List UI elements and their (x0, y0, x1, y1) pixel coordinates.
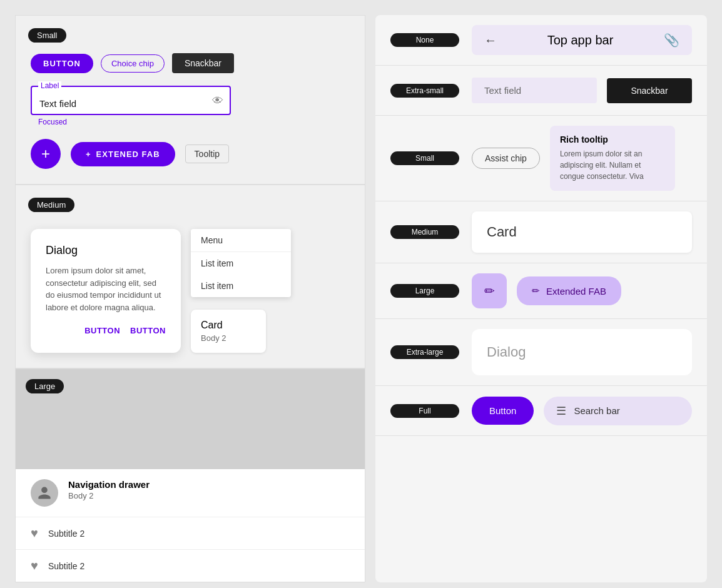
nav-drawer-subtitle: Body 2 (68, 491, 350, 500)
menu-item-2[interactable]: List item (191, 275, 291, 297)
tooltip-button[interactable]: Tooltip (185, 144, 229, 163)
dialog-button-1[interactable]: BUTTON (84, 326, 120, 335)
fab-extended-button[interactable]: + EXTENED FAB (71, 142, 175, 166)
back-icon[interactable]: ← (484, 33, 497, 48)
medium-size-badge: Medium (28, 198, 74, 212)
top-app-bar: ← Top app bar 📎 (472, 25, 692, 55)
card-small-body: Body 2 (201, 333, 256, 343)
top-app-bar-title: Top app bar (507, 33, 654, 48)
menu-icon-search: ☰ (556, 404, 566, 418)
nav-avatar (31, 479, 58, 507)
nav-item-label-1: Subtitle 2 (48, 529, 84, 539)
extra-small-badge: Extra-small (390, 84, 459, 98)
fab-ext-right-label: Extended FAB (546, 286, 606, 297)
dialog-body: Lorem ipsum dolor sit amet, consectetur … (46, 265, 166, 313)
small-size-badge: Small (28, 28, 66, 43)
rich-tooltip: Rich tooltip Lorem ipsum dolor sit an ad… (550, 126, 675, 191)
full-badge-right: Full (390, 404, 459, 418)
menu-card: Menu List item List item (191, 229, 291, 297)
none-badge: None (390, 33, 459, 47)
fab-extended-label: EXTENED FAB (96, 150, 160, 159)
heart-icon-2: ♥ (31, 559, 38, 573)
large-size-badge: Large (26, 379, 64, 393)
full-button[interactable]: Button (472, 397, 534, 425)
nav-list-item-2[interactable]: ♥ Subtitle 2 (16, 549, 365, 582)
large-badge-right: Large (390, 284, 459, 298)
attach-icon[interactable]: 📎 (664, 33, 679, 48)
nav-drawer-title: Navigation drawer (68, 479, 350, 490)
menu-header: Menu (191, 229, 291, 252)
fab-button[interactable]: + (31, 139, 61, 169)
button-filled[interactable]: BUTTON (31, 54, 93, 73)
visibility-icon[interactable]: 👁 (212, 94, 223, 107)
rich-tooltip-body: Lorem ipsum dolor sit an adipiscing elit… (560, 148, 665, 182)
text-field-hint: Focused (38, 118, 350, 126)
assist-chip[interactable]: Assist chip (472, 148, 540, 169)
dialog-button-2[interactable]: BUTTON (130, 326, 166, 335)
fab-sm-button[interactable]: ✏ (472, 273, 507, 308)
extra-large-badge-right: Extra-large (390, 345, 459, 359)
none-row: None ← Top app bar 📎 (375, 15, 707, 66)
small-badge-right: Small (390, 151, 459, 165)
menu-item-1[interactable]: List item (191, 252, 291, 275)
dialog-card: Dialog Lorem ipsum dolor sit amet, conse… (31, 229, 181, 353)
choice-chip[interactable]: Choice chip (101, 54, 165, 73)
text-field-label: Label (38, 81, 61, 90)
nav-item-label-2: Subtitle 2 (48, 561, 84, 571)
extra-small-row: Extra-small Snackbar (375, 66, 707, 116)
plus-icon: + (86, 150, 91, 159)
xs-snackbar: Snackbar (607, 78, 692, 103)
medium-row-right: Medium Card (375, 201, 707, 263)
dialog-title: Dialog (46, 244, 166, 257)
full-row-right: Full Button ☰ Search bar (375, 386, 707, 436)
large-image-area (16, 369, 365, 469)
rich-tooltip-title: Rich tooltip (560, 134, 665, 144)
heart-icon-1: ♥ (31, 526, 38, 540)
medium-badge-right: Medium (390, 225, 459, 239)
right-dialog: Dialog (472, 329, 692, 375)
text-field-input[interactable] (39, 98, 205, 109)
card-small: Card Body 2 (191, 310, 266, 353)
edit-icon-ext: ✏ (532, 285, 540, 297)
edit-icon-sm: ✏ (484, 283, 495, 298)
right-dialog-title: Dialog (487, 344, 677, 360)
right-card-title: Card (487, 224, 677, 240)
text-field-wrapper: Label 👁 (31, 86, 231, 115)
card-small-title: Card (201, 320, 256, 331)
right-card: Card (472, 211, 692, 253)
search-bar-label: Search bar (574, 405, 619, 416)
small-row-right: Small Assist chip Rich tooltip Lorem ips… (375, 116, 707, 201)
fab-ext-right-button[interactable]: ✏ Extended FAB (517, 276, 621, 305)
nav-drawer-header: Navigation drawer Body 2 (16, 469, 365, 517)
xs-text-field[interactable] (472, 78, 597, 103)
nav-list-item-1[interactable]: ♥ Subtitle 2 (16, 517, 365, 549)
large-row-right: Large ✏ ✏ Extended FAB (375, 263, 707, 319)
snackbar: Snackbar (172, 53, 234, 73)
extra-large-row-right: Extra-large Dialog (375, 319, 707, 386)
search-bar[interactable]: ☰ Search bar (544, 397, 692, 425)
